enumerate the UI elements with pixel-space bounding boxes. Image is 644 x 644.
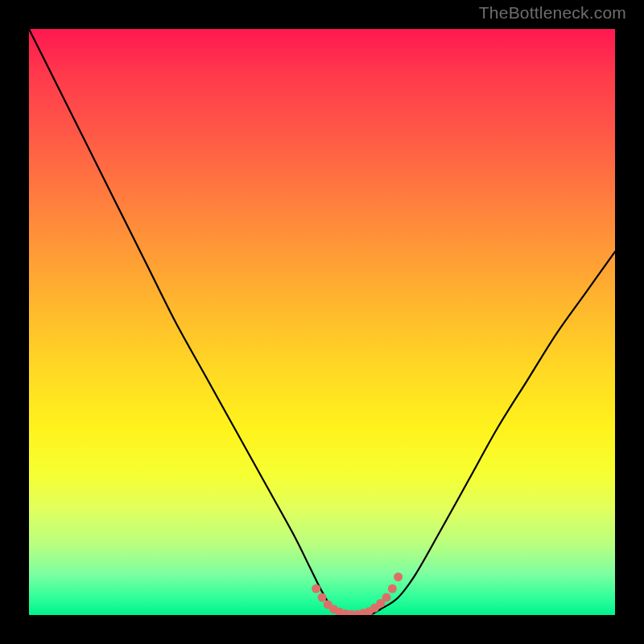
marker-dot (312, 584, 320, 593)
plot-area (29, 29, 615, 615)
marker-dot (318, 593, 327, 602)
marker-dot (382, 593, 391, 602)
curve-svg (29, 29, 615, 615)
chart-frame: TheBottleneck.com (0, 0, 644, 644)
flat-region-markers (312, 572, 402, 615)
watermark-text: TheBottleneck.com (479, 3, 626, 23)
marker-dot (394, 572, 402, 581)
bottleneck-curve (29, 29, 615, 615)
marker-dot (388, 584, 397, 593)
